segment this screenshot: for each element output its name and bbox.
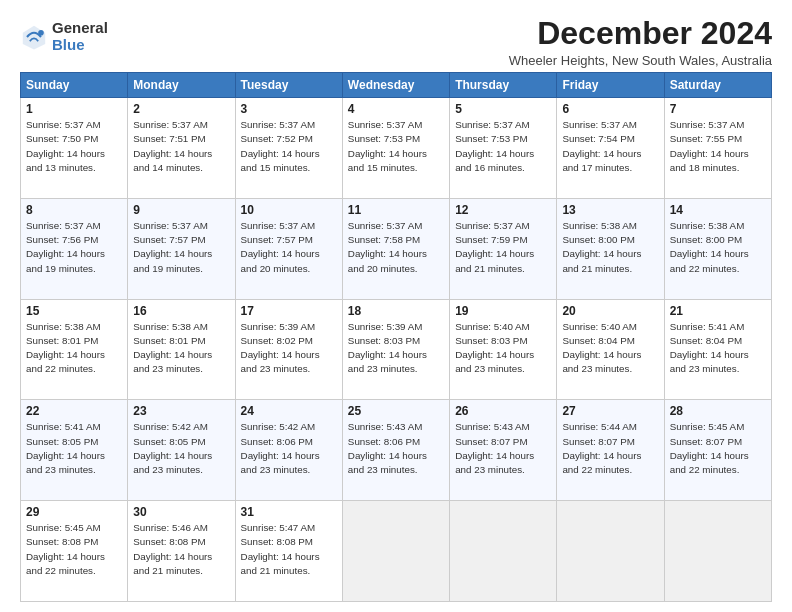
calendar-day-cell: 11Sunrise: 5:37 AMSunset: 7:58 PMDayligh…	[342, 198, 449, 299]
calendar-day-cell: 14Sunrise: 5:38 AMSunset: 8:00 PMDayligh…	[664, 198, 771, 299]
logo-general-text: General	[52, 20, 108, 37]
calendar-day-cell: 23Sunrise: 5:42 AMSunset: 8:05 PMDayligh…	[128, 400, 235, 501]
calendar-day-cell: 18Sunrise: 5:39 AMSunset: 8:03 PMDayligh…	[342, 299, 449, 400]
calendar-day-cell: 25Sunrise: 5:43 AMSunset: 8:06 PMDayligh…	[342, 400, 449, 501]
calendar-day-cell: 24Sunrise: 5:42 AMSunset: 8:06 PMDayligh…	[235, 400, 342, 501]
calendar-day-cell: 15Sunrise: 5:38 AMSunset: 8:01 PMDayligh…	[21, 299, 128, 400]
day-number: 13	[562, 203, 658, 217]
day-number: 4	[348, 102, 444, 116]
calendar-day-cell: 20Sunrise: 5:40 AMSunset: 8:04 PMDayligh…	[557, 299, 664, 400]
day-info: Sunrise: 5:39 AMSunset: 8:03 PMDaylight:…	[348, 320, 444, 377]
day-number: 6	[562, 102, 658, 116]
logo-icon	[20, 23, 48, 51]
calendar-day-cell: 21Sunrise: 5:41 AMSunset: 8:04 PMDayligh…	[664, 299, 771, 400]
calendar-day-cell: 1Sunrise: 5:37 AMSunset: 7:50 PMDaylight…	[21, 98, 128, 199]
calendar-day-cell: 31Sunrise: 5:47 AMSunset: 8:08 PMDayligh…	[235, 501, 342, 602]
calendar-day-cell: 12Sunrise: 5:37 AMSunset: 7:59 PMDayligh…	[450, 198, 557, 299]
day-number: 23	[133, 404, 229, 418]
day-info: Sunrise: 5:39 AMSunset: 8:02 PMDaylight:…	[241, 320, 337, 377]
day-info: Sunrise: 5:37 AMSunset: 7:51 PMDaylight:…	[133, 118, 229, 175]
calendar-day-cell: 22Sunrise: 5:41 AMSunset: 8:05 PMDayligh…	[21, 400, 128, 501]
calendar-header-saturday: Saturday	[664, 73, 771, 98]
calendar-day-cell: 27Sunrise: 5:44 AMSunset: 8:07 PMDayligh…	[557, 400, 664, 501]
day-info: Sunrise: 5:37 AMSunset: 7:56 PMDaylight:…	[26, 219, 122, 276]
calendar-day-cell: 16Sunrise: 5:38 AMSunset: 8:01 PMDayligh…	[128, 299, 235, 400]
day-info: Sunrise: 5:37 AMSunset: 7:58 PMDaylight:…	[348, 219, 444, 276]
day-number: 25	[348, 404, 444, 418]
day-number: 21	[670, 304, 766, 318]
day-number: 18	[348, 304, 444, 318]
month-title: December 2024	[509, 16, 772, 51]
day-number: 30	[133, 505, 229, 519]
day-number: 16	[133, 304, 229, 318]
header: General Blue December 2024 Wheeler Heigh…	[20, 16, 772, 68]
calendar-day-cell: 19Sunrise: 5:40 AMSunset: 8:03 PMDayligh…	[450, 299, 557, 400]
calendar-week-row: 8Sunrise: 5:37 AMSunset: 7:56 PMDaylight…	[21, 198, 772, 299]
calendar-day-cell: 30Sunrise: 5:46 AMSunset: 8:08 PMDayligh…	[128, 501, 235, 602]
day-info: Sunrise: 5:40 AMSunset: 8:03 PMDaylight:…	[455, 320, 551, 377]
day-number: 17	[241, 304, 337, 318]
calendar-week-row: 29Sunrise: 5:45 AMSunset: 8:08 PMDayligh…	[21, 501, 772, 602]
day-info: Sunrise: 5:43 AMSunset: 8:07 PMDaylight:…	[455, 420, 551, 477]
logo-blue-text: Blue	[52, 37, 108, 54]
day-number: 15	[26, 304, 122, 318]
day-number: 20	[562, 304, 658, 318]
calendar-day-cell: 29Sunrise: 5:45 AMSunset: 8:08 PMDayligh…	[21, 501, 128, 602]
calendar-header-friday: Friday	[557, 73, 664, 98]
day-number: 7	[670, 102, 766, 116]
day-number: 26	[455, 404, 551, 418]
calendar-week-row: 22Sunrise: 5:41 AMSunset: 8:05 PMDayligh…	[21, 400, 772, 501]
svg-point-1	[38, 30, 44, 36]
day-info: Sunrise: 5:44 AMSunset: 8:07 PMDaylight:…	[562, 420, 658, 477]
day-info: Sunrise: 5:45 AMSunset: 8:08 PMDaylight:…	[26, 521, 122, 578]
day-info: Sunrise: 5:38 AMSunset: 8:00 PMDaylight:…	[670, 219, 766, 276]
calendar-header-sunday: Sunday	[21, 73, 128, 98]
day-info: Sunrise: 5:37 AMSunset: 7:53 PMDaylight:…	[348, 118, 444, 175]
calendar-day-cell: 7Sunrise: 5:37 AMSunset: 7:55 PMDaylight…	[664, 98, 771, 199]
day-number: 29	[26, 505, 122, 519]
day-number: 9	[133, 203, 229, 217]
day-number: 2	[133, 102, 229, 116]
day-number: 28	[670, 404, 766, 418]
calendar-day-cell: 17Sunrise: 5:39 AMSunset: 8:02 PMDayligh…	[235, 299, 342, 400]
calendar-header-monday: Monday	[128, 73, 235, 98]
calendar-day-cell: 10Sunrise: 5:37 AMSunset: 7:57 PMDayligh…	[235, 198, 342, 299]
calendar-header-wednesday: Wednesday	[342, 73, 449, 98]
calendar-day-cell: 3Sunrise: 5:37 AMSunset: 7:52 PMDaylight…	[235, 98, 342, 199]
calendar-day-cell	[557, 501, 664, 602]
calendar-day-cell: 8Sunrise: 5:37 AMSunset: 7:56 PMDaylight…	[21, 198, 128, 299]
calendar-week-row: 15Sunrise: 5:38 AMSunset: 8:01 PMDayligh…	[21, 299, 772, 400]
calendar-table: SundayMondayTuesdayWednesdayThursdayFrid…	[20, 72, 772, 602]
calendar-day-cell: 6Sunrise: 5:37 AMSunset: 7:54 PMDaylight…	[557, 98, 664, 199]
day-info: Sunrise: 5:38 AMSunset: 8:00 PMDaylight:…	[562, 219, 658, 276]
day-info: Sunrise: 5:42 AMSunset: 8:05 PMDaylight:…	[133, 420, 229, 477]
day-number: 19	[455, 304, 551, 318]
calendar-day-cell: 28Sunrise: 5:45 AMSunset: 8:07 PMDayligh…	[664, 400, 771, 501]
day-number: 12	[455, 203, 551, 217]
day-number: 31	[241, 505, 337, 519]
day-info: Sunrise: 5:40 AMSunset: 8:04 PMDaylight:…	[562, 320, 658, 377]
calendar-day-cell	[450, 501, 557, 602]
page: General Blue December 2024 Wheeler Heigh…	[0, 0, 792, 612]
day-info: Sunrise: 5:37 AMSunset: 7:52 PMDaylight:…	[241, 118, 337, 175]
day-number: 24	[241, 404, 337, 418]
day-info: Sunrise: 5:41 AMSunset: 8:04 PMDaylight:…	[670, 320, 766, 377]
day-info: Sunrise: 5:37 AMSunset: 7:57 PMDaylight:…	[133, 219, 229, 276]
calendar-day-cell: 4Sunrise: 5:37 AMSunset: 7:53 PMDaylight…	[342, 98, 449, 199]
calendar-week-row: 1Sunrise: 5:37 AMSunset: 7:50 PMDaylight…	[21, 98, 772, 199]
day-number: 8	[26, 203, 122, 217]
day-number: 22	[26, 404, 122, 418]
day-info: Sunrise: 5:47 AMSunset: 8:08 PMDaylight:…	[241, 521, 337, 578]
calendar-day-cell: 26Sunrise: 5:43 AMSunset: 8:07 PMDayligh…	[450, 400, 557, 501]
day-info: Sunrise: 5:38 AMSunset: 8:01 PMDaylight:…	[26, 320, 122, 377]
location: Wheeler Heights, New South Wales, Austra…	[509, 53, 772, 68]
calendar-day-cell	[342, 501, 449, 602]
day-info: Sunrise: 5:37 AMSunset: 7:55 PMDaylight:…	[670, 118, 766, 175]
day-info: Sunrise: 5:38 AMSunset: 8:01 PMDaylight:…	[133, 320, 229, 377]
day-number: 1	[26, 102, 122, 116]
day-info: Sunrise: 5:37 AMSunset: 7:57 PMDaylight:…	[241, 219, 337, 276]
day-info: Sunrise: 5:37 AMSunset: 7:53 PMDaylight:…	[455, 118, 551, 175]
day-info: Sunrise: 5:46 AMSunset: 8:08 PMDaylight:…	[133, 521, 229, 578]
day-number: 27	[562, 404, 658, 418]
day-info: Sunrise: 5:45 AMSunset: 8:07 PMDaylight:…	[670, 420, 766, 477]
